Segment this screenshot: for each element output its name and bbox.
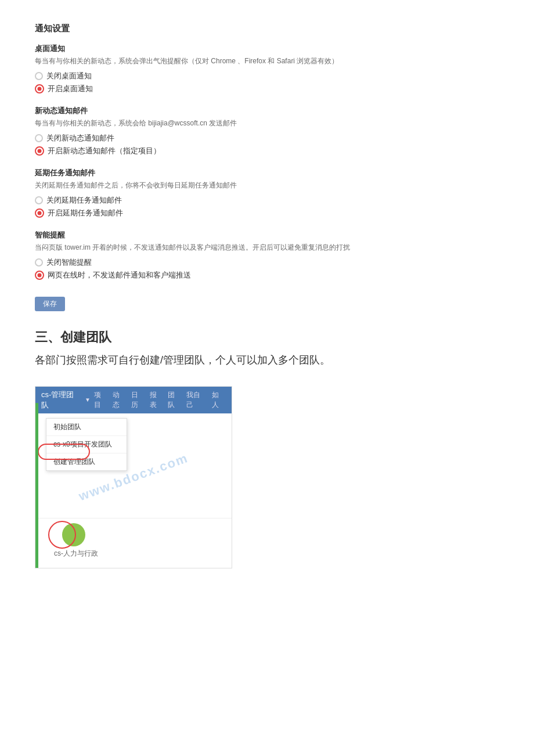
radio-on-activity — [35, 146, 44, 156]
activity-email-off[interactable]: 关闭新动态通知邮件 — [35, 133, 499, 143]
delay-email-off[interactable]: 关闭延期任务通知邮件 — [35, 195, 499, 206]
dropdown-caret: ▼ — [85, 397, 91, 403]
radio-off-desktop — [35, 72, 43, 80]
smart-remind-off-label: 关闭智能提醒 — [46, 257, 92, 268]
desktop-on-label: 开启桌面通知 — [48, 84, 93, 94]
notification-settings-section: 通知设置 桌面通知 每当有与你相关的新动态，系统会弹出气泡提醒你（仅对 Chro… — [35, 23, 499, 311]
create-team-desc: 各部门按照需求可自行创建/管理团队，个人可以加入多个团队。 — [35, 352, 499, 369]
radio-on-delay — [35, 208, 44, 218]
smart-remind-desc: 当闷页版 tower.im 开着的时候，不发送通知邮件以及客户端消息推送。开启后… — [35, 243, 499, 253]
delay-email-group: 延期任务通知邮件 关闭延期任务通知邮件之后，你将不会收到每日延期任务通知邮件 关… — [35, 168, 499, 218]
nav-item-report: 报表 — [150, 390, 164, 410]
dropdown-item-initial: 初始团队 — [46, 419, 127, 436]
smart-remind-on[interactable]: 网页在线时，不发送邮件通知和客户端推送 — [35, 270, 499, 280]
delay-email-title: 延期任务通知邮件 — [35, 168, 499, 178]
activity-email-on-label: 开启新动态通知邮件（指定项目） — [48, 146, 161, 156]
nav-item-team: 团队 — [168, 390, 182, 410]
smart-remind-on-label: 网页在线时，不发送邮件通知和客户端推送 — [48, 270, 191, 280]
radio-off-delay — [35, 196, 43, 204]
desktop-notif-desc: 每当有与你相关的新动态，系统会弹出气泡提醒你（仅对 Chrome 、Firefo… — [35, 56, 499, 66]
smart-remind-off[interactable]: 关闭智能提醒 — [35, 257, 499, 268]
activity-email-title: 新动态通知邮件 — [35, 106, 499, 116]
create-team-heading: 三、创建团队 — [35, 329, 499, 346]
team-dropdown-menu: 初始团队 cs-x0项目开发团队 创建管理团队 — [46, 418, 127, 471]
delay-email-on[interactable]: 开启延期任务通知邮件 — [35, 208, 499, 218]
svg-point-7 — [38, 273, 42, 278]
screenshot-nav: cs-管理团队 ▼ 项目 动态 日历 报表 团队 我自己 如人 — [35, 387, 232, 413]
radio-off-activity — [35, 134, 43, 142]
activity-email-on[interactable]: 开启新动态通知邮件（指定项目） — [35, 146, 499, 156]
nav-item-activity: 动态 — [113, 390, 127, 410]
delay-email-desc: 关闭延期任务通知邮件之后，你将不会收到每日延期任务通知邮件 — [35, 181, 499, 190]
nav-item-self: 我自己 — [186, 390, 207, 410]
notification-settings-title: 通知设置 — [35, 23, 499, 34]
smart-remind-title: 智能提醒 — [35, 230, 499, 240]
nav-item-calendar: 日历 — [131, 390, 145, 410]
bottom-team-name: cs-人力与行政 — [54, 549, 98, 559]
dropdown-item-cs-x0: cs-x0项目开发团队 — [46, 436, 127, 453]
create-team-section: 三、创建团队 各部门按照需求可自行创建/管理团队，个人可以加入多个团队。 www… — [35, 329, 499, 570]
activity-email-desc: 每当有与你相关的新动态，系统会给 bijiajia@wcssoft.cn 发送邮… — [35, 118, 499, 128]
desktop-notification-group: 桌面通知 每当有与你相关的新动态，系统会弹出气泡提醒你（仅对 Chrome 、F… — [35, 44, 499, 94]
svg-point-3 — [38, 149, 42, 153]
save-button[interactable]: 保存 — [35, 297, 65, 311]
screenshot-nav-items: 项目 动态 日历 报表 团队 我自己 如人 — [94, 390, 226, 410]
screenshot-content: 初始团队 cs-x0项目开发团队 创建管理团队 — [35, 413, 232, 518]
screenshot-wrapper: www.bdocx.com cs-管理团队 ▼ 项目 动态 日历 报表 团队 我… — [35, 386, 232, 568]
activity-email-off-label: 关闭新动态通知邮件 — [46, 133, 114, 143]
delay-email-off-label: 关闭延期任务通知邮件 — [46, 195, 122, 206]
bottom-team-row: cs-人力与行政 — [35, 518, 232, 568]
svg-point-5 — [38, 211, 42, 215]
smart-remind-group: 智能提醒 当闷页版 tower.im 开着的时候，不发送通知邮件以及客户端消息推… — [35, 230, 499, 280]
svg-point-1 — [38, 87, 42, 91]
delay-email-on-label: 开启延期任务通知邮件 — [48, 208, 123, 218]
screenshot-team-name: cs-管理团队 — [41, 390, 81, 411]
radio-off-smart — [35, 258, 43, 267]
team-avatar — [62, 523, 85, 546]
left-green-bar — [35, 403, 38, 568]
screenshot-box: cs-管理团队 ▼ 项目 动态 日历 报表 团队 我自己 如人 初始团队 — [35, 386, 232, 568]
nav-item-join: 如人 — [212, 390, 226, 410]
dropdown-item-create: 创建管理团队 — [46, 453, 127, 470]
desktop-off-label: 关闭桌面通知 — [46, 71, 92, 81]
radio-on-desktop — [35, 84, 44, 93]
radio-on-smart — [35, 271, 44, 280]
desktop-option-off[interactable]: 关闭桌面通知 — [35, 71, 499, 81]
desktop-notif-title: 桌面通知 — [35, 44, 499, 54]
activity-email-group: 新动态通知邮件 每当有与你相关的新动态，系统会给 bijiajia@wcssof… — [35, 106, 499, 156]
desktop-option-on[interactable]: 开启桌面通知 — [35, 84, 499, 94]
nav-item-project: 项目 — [94, 390, 108, 410]
